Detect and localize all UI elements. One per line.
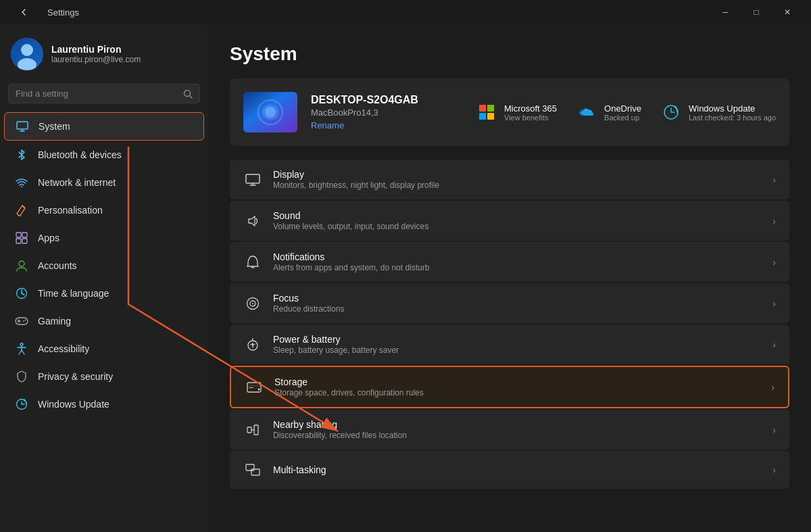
focus-chevron: › [772, 298, 776, 309]
notifications-content: Notifications Alerts from apps and syste… [273, 251, 762, 272]
settings-notifications[interactable]: Notifications Alerts from apps and syste… [230, 242, 789, 282]
rename-link[interactable]: Rename [311, 120, 462, 130]
service-onedrive[interactable]: OneDrive Backed up [576, 101, 641, 123]
sidebar-item-system[interactable]: System [4, 112, 204, 141]
winupdate-sub: Last checked: 3 hours ago [689, 114, 776, 122]
sidebar-item-privacy[interactable]: Privacy & security [4, 363, 204, 390]
power-sub: Sleep, battery usage, battery saver [273, 345, 762, 355]
search-box[interactable] [8, 84, 200, 103]
apps-icon [15, 231, 28, 245]
sidebar-item-update[interactable]: Windows Update [4, 391, 204, 418]
svg-rect-33 [246, 174, 260, 183]
device-thumbnail [243, 92, 297, 132]
storage-icon [245, 378, 264, 397]
accessibility-icon [15, 342, 28, 356]
service-ms365[interactable]: Microsoft 365 View benefits [476, 101, 557, 123]
sidebar-item-bluetooth[interactable]: Bluetooth & devices [4, 141, 204, 168]
title-bar-left: Settings [8, 0, 79, 24]
sidebar-item-label-privacy: Privacy & security [38, 371, 113, 382]
settings-focus[interactable]: Focus Reduce distractions › [230, 283, 789, 323]
settings-storage[interactable]: Storage Storage space, drives, configura… [230, 366, 789, 408]
storage-sub: Storage space, drives, configuration rul… [274, 388, 760, 397]
service-winupdate[interactable]: Windows Update Last checked: 3 hours ago [660, 101, 776, 123]
onedrive-name: OneDrive [604, 103, 641, 114]
svg-point-31 [265, 107, 276, 118]
display-content: Display Monitors, brightness, night ligh… [273, 169, 762, 190]
sidebar-item-label-accounts: Accounts [38, 260, 77, 271]
back-button[interactable] [8, 0, 39, 24]
nearby-title: Nearby sharing [273, 419, 762, 430]
storage-chevron: › [771, 382, 775, 393]
main-layout: Laurentiu Piron laurentiu.piron@live.com [0, 24, 811, 532]
svg-rect-47 [246, 464, 254, 470]
sidebar: Laurentiu Piron laurentiu.piron@live.com [0, 24, 208, 532]
settings-sound[interactable]: Sound Volume levels, output, input, soun… [230, 201, 789, 241]
title-bar-controls: ─ □ ✕ [710, 0, 803, 24]
user-name: Laurentiu Piron [51, 44, 141, 55]
sidebar-item-label-gaming: Gaming [38, 316, 71, 327]
personalisation-icon [15, 203, 28, 217]
sidebar-item-apps[interactable]: Apps [4, 224, 204, 251]
sound-chevron: › [772, 216, 776, 226]
sidebar-item-time[interactable]: Time & language [4, 280, 204, 307]
ms365-sub: View benefits [504, 114, 557, 122]
svg-rect-13 [22, 239, 27, 243]
sidebar-item-label-time: Time & language [38, 288, 109, 299]
nearby-chevron: › [772, 425, 776, 435]
device-card: DESKTOP-S2O4GAB MacBookPro14,3 Rename [230, 78, 789, 146]
sidebar-item-label-apps: Apps [38, 233, 59, 243]
storage-title: Storage [274, 377, 760, 387]
settings-display[interactable]: Display Monitors, brightness, night ligh… [230, 160, 789, 199]
display-title: Display [273, 169, 762, 180]
gaming-icon [15, 314, 28, 328]
search-input[interactable] [16, 89, 178, 99]
svg-point-21 [23, 320, 24, 322]
multitask-chevron: › [772, 464, 776, 475]
focus-title: Focus [273, 293, 762, 304]
power-icon [243, 335, 262, 354]
settings-list: Display Monitors, brightness, night ligh… [230, 160, 789, 489]
svg-point-8 [21, 186, 22, 187]
notifications-chevron: › [772, 257, 776, 268]
device-info: DESKTOP-S2O4GAB MacBookPro14,3 Rename [311, 94, 462, 130]
sound-title: Sound [273, 210, 762, 221]
settings-power[interactable]: Power & battery Sleep, battery usage, ba… [230, 324, 789, 364]
sidebar-item-network[interactable]: Network & internet [4, 169, 204, 196]
sidebar-item-label-accessibility: Accessibility [38, 343, 89, 354]
sidebar-nav: System Bluetooth & devices [0, 112, 208, 418]
user-profile[interactable]: Laurentiu Piron laurentiu.piron@live.com [0, 24, 208, 81]
svg-point-1 [21, 44, 33, 56]
settings-nearby[interactable]: Nearby sharing Discoverability, received… [230, 410, 789, 450]
onedrive-icon [576, 101, 597, 123]
winupdate-name: Windows Update [689, 103, 776, 114]
sidebar-item-label-update: Windows Update [38, 399, 109, 410]
power-chevron: › [772, 339, 776, 350]
svg-rect-41 [247, 385, 261, 387]
focus-icon [243, 294, 262, 313]
page-title: System [230, 43, 789, 65]
sidebar-item-accounts[interactable]: Accounts [4, 252, 204, 279]
sidebar-item-label-system: System [39, 121, 70, 132]
settings-multitask[interactable]: Multi-tasking › [230, 451, 789, 489]
sidebar-item-accessibility[interactable]: Accessibility [4, 335, 204, 362]
title-bar-title: Settings [47, 7, 79, 18]
sound-sub: Volume levels, output, input, sound devi… [273, 222, 762, 231]
minimize-button[interactable]: ─ [710, 0, 741, 24]
update-icon [15, 397, 28, 411]
sidebar-item-personalisation[interactable]: Personalisation [4, 197, 204, 224]
close-button[interactable]: ✕ [772, 0, 803, 24]
svg-line-27 [22, 350, 24, 354]
svg-rect-12 [16, 239, 21, 243]
svg-point-14 [19, 261, 24, 266]
ms365-name: Microsoft 365 [504, 103, 557, 114]
winupdate-info: Windows Update Last checked: 3 hours ago [689, 103, 776, 122]
focus-content: Focus Reduce distractions [273, 293, 762, 314]
bluetooth-icon [15, 148, 28, 162]
maximize-button[interactable]: □ [741, 0, 772, 24]
sidebar-item-gaming[interactable]: Gaming [4, 308, 204, 335]
sound-icon [243, 212, 262, 231]
svg-point-22 [25, 320, 26, 321]
device-name: DESKTOP-S2O4GAB [311, 94, 462, 106]
svg-point-38 [252, 303, 253, 304]
svg-rect-45 [254, 425, 258, 435]
